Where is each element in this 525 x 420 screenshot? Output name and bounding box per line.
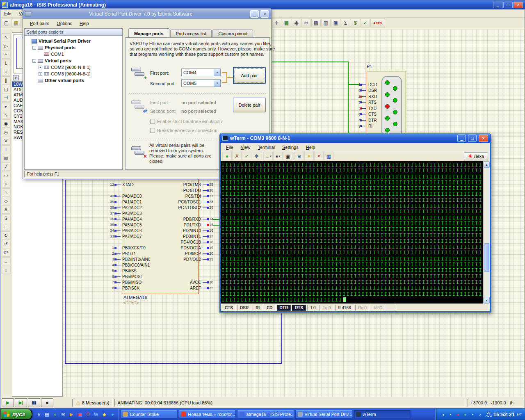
vspd-tab[interactable]: Custom pinout (212, 30, 253, 37)
tree-expander-icon[interactable]: + (39, 66, 42, 69)
tree-expander-icon[interactable]: + (39, 72, 42, 76)
tree-item[interactable]: Virtual Serial Port Driver (25, 38, 122, 44)
generator-tool-icon[interactable]: ◎ (2, 128, 11, 136)
tape-tool-icon[interactable]: ◉ (2, 119, 11, 128)
tray-icon-4[interactable]: ▪ (470, 412, 476, 417)
paste-icon[interactable]: ▣ (331, 18, 340, 27)
terminal-tool-icon[interactable]: ⊣ (2, 94, 11, 102)
erc-icon[interactable]: ✓ (361, 18, 370, 27)
device-pin-tool-icon[interactable]: ▸ (2, 102, 11, 110)
angle-display[interactable]: 0° (2, 249, 11, 257)
messages-indicator[interactable]: ⚠ 8 Message(s) (72, 399, 113, 407)
pick-devices-button[interactable]: P (13, 75, 19, 80)
open-file-icon[interactable]: ▤ (11, 18, 21, 27)
subcircuit-tool-icon[interactable]: ▢ (2, 85, 11, 93)
quicklaunch-icon-5[interactable]: ▶ (68, 411, 75, 418)
tray-hide-arrow-icon[interactable]: ◂ (440, 412, 446, 417)
graph-tool-icon[interactable]: ∿ (2, 111, 11, 119)
text-script-tool-icon[interactable]: ≡ (2, 68, 11, 76)
first-port-select[interactable]: COM4 ▼ (181, 68, 221, 76)
isis-minimize-button[interactable]: _ (493, 2, 502, 8)
tray-icon-1[interactable]: ▪ (447, 412, 454, 417)
selection-tool-icon[interactable]: ↖ (2, 33, 11, 41)
dropdown-arrow-icon[interactable]: ▼ (214, 80, 220, 87)
vspd-tab[interactable]: Port access list (170, 30, 212, 37)
globe-icon[interactable]: ⊕ (294, 152, 304, 160)
second-port-select[interactable]: COM5 ▼ (181, 79, 221, 87)
taskbar-clock[interactable]: 28 AUG 15:52:21 SAT (484, 411, 522, 418)
pause-button[interactable]: ▮▮ (28, 398, 40, 407)
rotate-ccw-icon[interactable]: ↺ (2, 240, 11, 248)
quicklaunch-icon-1[interactable]: e (35, 411, 42, 418)
find-icon[interactable]: ✂ (301, 18, 311, 27)
tree-expander-icon[interactable]: - (32, 46, 36, 50)
signal-indicator[interactable]: DSR (237, 305, 251, 311)
wterm-menu-item[interactable]: File (222, 144, 237, 151)
sheet-icon[interactable]: ▤ (311, 18, 321, 27)
checkbox-box[interactable] (150, 128, 155, 133)
send-icon[interactable]: → (263, 152, 273, 160)
wterm-maximize-button[interactable]: □ (468, 135, 477, 142)
ares-icon[interactable]: ARES (370, 18, 385, 27)
wterm-menu-item[interactable]: Settings (278, 144, 302, 151)
wire[interactable] (272, 62, 348, 62)
current-probe-tool-icon[interactable]: I (2, 145, 11, 153)
play-button[interactable]: ▶ (2, 398, 14, 407)
marker-tool-icon[interactable]: + (2, 223, 11, 231)
component-tool-icon[interactable]: ▷ (2, 42, 11, 50)
terminal-scrollbar[interactable]: ▲ ▼ (483, 161, 490, 304)
scrollbar-down-icon[interactable]: ▼ (484, 297, 490, 304)
clear-icon[interactable]: × (314, 152, 324, 160)
tree-item[interactable]: + COM3 [9600-N-8-1] (25, 71, 122, 77)
quicklaunch-icon-7[interactable]: O (84, 411, 91, 418)
user-button[interactable]: ✳ Леха (464, 152, 488, 160)
macro-icon[interactable]: ● (273, 152, 283, 160)
break-line-checkbox[interactable]: Break line/Restore connection (150, 128, 217, 133)
save-icon[interactable]: ▦ (324, 152, 333, 160)
add-pair-button[interactable]: Add pair (233, 67, 266, 84)
bus-tool-icon[interactable]: ∥ (2, 76, 11, 84)
checkbox-box[interactable] (150, 119, 155, 124)
vspd-menu-item[interactable]: Port pairs (26, 20, 53, 27)
dropdown-arrow-icon[interactable]: ▼ (214, 69, 220, 76)
mirror-v-icon[interactable]: ↕ (2, 266, 11, 274)
wire[interactable] (348, 62, 349, 137)
vspd-tab[interactable]: Manage ports (128, 28, 169, 37)
symbol-tool-icon[interactable]: S (2, 214, 11, 222)
delete-pair-button[interactable]: Delete pair (233, 98, 266, 112)
vspd-minimize-button[interactable]: _ (250, 10, 259, 18)
stop-button[interactable]: ■ (41, 398, 53, 407)
zoom-icon[interactable]: ◉ (292, 18, 301, 27)
wterm-close-button[interactable]: × (479, 135, 488, 142)
apply-icon[interactable]: ✓ (242, 152, 251, 160)
tray-icon-2[interactable]: ● (455, 412, 461, 417)
quicklaunch-icon-10[interactable]: ● (109, 411, 116, 418)
vspd-menu-item[interactable]: Help (76, 20, 93, 27)
wire-label-tool-icon[interactable]: L (2, 59, 11, 67)
tray-icon-3[interactable]: ● (462, 412, 468, 417)
signal-indicator[interactable]: CTS (222, 305, 236, 311)
start-button[interactable]: пуск (0, 409, 32, 420)
wire[interactable] (281, 313, 282, 364)
tray-volume-icon[interactable]: ♪ (477, 412, 483, 417)
signal-indicator[interactable]: RI (253, 305, 262, 311)
tree-item[interactable]: COM1 (25, 51, 122, 57)
signal-indicator[interactable]: RTS (292, 305, 306, 311)
tree-item[interactable]: - Physical ports (25, 44, 122, 51)
voltage-probe-tool-icon[interactable]: V (2, 137, 11, 145)
quicklaunch-icon-4[interactable]: ✉ (59, 411, 67, 418)
taskbar-task-button[interactable]: atmega16 - ISIS Profe... (237, 410, 294, 419)
signal-indicator[interactable]: DTR (277, 305, 291, 311)
hazard-icon[interactable]: ☀ (304, 152, 314, 160)
tree-item[interactable]: - Virtual ports (25, 57, 122, 64)
gear-icon[interactable]: ✱ (252, 152, 261, 160)
line-tool-icon[interactable]: ╱ (2, 162, 11, 171)
bom-icon[interactable]: $ (351, 18, 360, 27)
tree-expander-icon[interactable]: - (32, 59, 36, 63)
arc-tool-icon[interactable]: ∩ (2, 188, 11, 196)
setup-icon[interactable]: ✗ (232, 152, 242, 160)
junction-tool-icon[interactable]: + (2, 50, 11, 59)
strict-baudrate-checkbox[interactable]: Enable strict baudrate emulation (150, 119, 222, 124)
terminal-screen[interactable]: IIIIIIIIIIIIIIIIIIIIIIIIIIIIIIIIIIIIIIII… (221, 161, 483, 304)
netlist-icon[interactable]: Σ (341, 18, 350, 27)
